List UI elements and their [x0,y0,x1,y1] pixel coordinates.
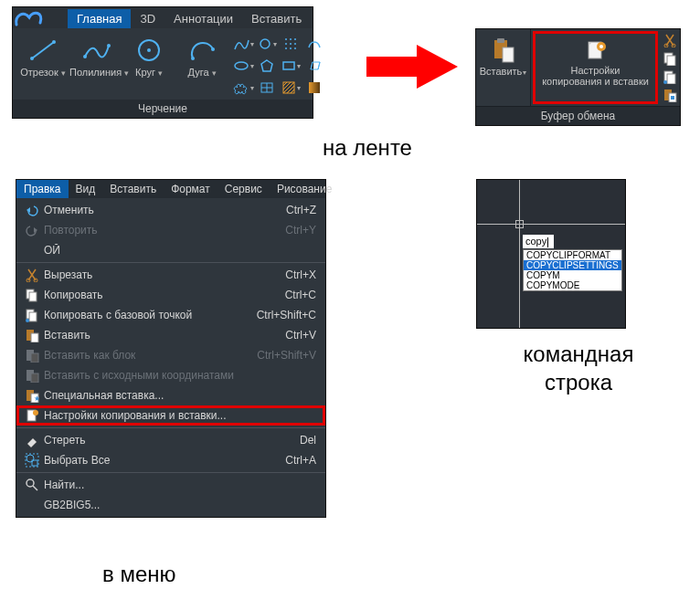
menu-item[interactable]: СтеретьDel [16,430,325,450]
menu-item[interactable]: ВырезатьCtrl+X [16,265,325,285]
menu-item-shortcut: Ctrl+Shift+V [257,349,316,362]
menu-item-label: Вставить [44,329,285,342]
menu-item[interactable]: GB2BIG5... [16,495,325,515]
svg-point-33 [599,45,603,48]
menubar-item[interactable]: Правка [16,180,69,198]
svg-point-40 [663,80,667,84]
menubar-item[interactable]: Сервис [217,180,270,198]
svg-point-16 [285,47,287,49]
draw-tool-icon [122,34,175,67]
ribbon-tab[interactable]: Главная [68,9,131,28]
svg-line-0 [32,42,54,58]
tool-gradient-icon[interactable] [303,78,325,98]
copy-base-icon[interactable] [663,69,677,84]
svg-point-17 [290,47,292,49]
svg-point-3 [83,55,87,58]
menu-item-label: Вырезать [44,268,285,281]
menu-item[interactable]: КопироватьCtrl+C [16,285,325,305]
menu-item[interactable]: ОЙ [16,240,325,260]
command-suggestions[interactable]: COPYCLIPFORMATCOPYCLIPSETTINGSCOPYMCOPYM… [523,249,622,291]
paste-icon [478,35,528,66]
command-suggestion-item[interactable]: COPYCLIPFORMAT [524,250,621,260]
menu-item-label: Найти... [44,479,316,491]
svg-marker-20 [261,60,272,71]
menu-item-shortcut: Ctrl+Z [286,204,316,216]
tool-circle-small-icon[interactable]: ▾ [256,34,278,54]
menu-item-shortcut: Ctrl+Y [285,224,316,237]
menubar-item[interactable]: Вид [69,180,103,198]
command-suggestion-item[interactable]: COPYCLIPSETTINGS [524,260,621,270]
menu-item[interactable]: Найти... [16,475,325,495]
svg-text:★: ★ [34,394,39,403]
paste-special-icon: ★ [20,388,44,403]
tool-prism-icon[interactable] [303,56,325,76]
menu-item[interactable]: ОтменитьCtrl+Z [16,200,325,220]
tool-ellipse-icon[interactable]: ▾ [232,56,254,76]
copy-base-icon [20,308,44,322]
menu-separator [16,472,325,473]
caption-command-line: командная строка [501,340,656,396]
draw-tool-icon [69,34,122,67]
paste-block-small-icon[interactable] [663,88,677,102]
copy-paste-settings-button[interactable]: Настройки копирования и вставки [533,31,658,104]
menu-item[interactable]: ★Специальная вставка... [16,385,325,405]
tool-spline-icon[interactable]: ▾ [232,34,254,54]
ribbon-panel-title: Черчение [13,100,313,118]
menu-item-label: Копировать [44,289,285,301]
tool-hatch-icon[interactable]: ▾ [280,78,302,98]
menu-item-label: Специальная вставка... [44,389,316,402]
tool-cloud-icon[interactable]: ▾ [232,78,254,98]
copy-settings-label-2: копирования и вставки [537,76,653,87]
svg-rect-54 [31,333,38,342]
tool-dotgrid-icon[interactable] [280,34,302,54]
draw-tool-label: Дуга [175,67,228,78]
draw-tool-button[interactable]: Отрезок [16,34,69,98]
crosshair-v [519,180,520,329]
svg-rect-43 [671,96,674,100]
ribbon-tab[interactable]: Вставить [242,9,311,28]
menu-item[interactable]: Копировать с базовой точкойCtrl+Shift+C [16,305,325,325]
menubar-item[interactable]: Вставить [102,180,164,198]
svg-point-8 [211,47,215,51]
svg-rect-37 [667,56,675,66]
menu-item: Вставить с исходными координатами [16,365,325,385]
erase-icon [20,433,44,447]
command-suggestion-item[interactable]: COPYMODE [524,280,621,290]
draw-tool-button[interactable]: Полилиния [69,34,122,98]
svg-rect-51 [29,312,37,321]
paste-button[interactable]: Вставить▾ [476,29,531,106]
menu-item[interactable]: Выбрать ВсеCtrl+A [16,450,325,470]
svg-point-64 [27,455,34,462]
redo-icon [20,223,44,237]
svg-point-67 [27,479,34,487]
tool-table-icon[interactable] [256,78,278,98]
ribbon-tab[interactable]: 3D [131,9,164,28]
svg-point-63 [33,410,38,415]
find-icon [20,478,44,492]
svg-line-68 [33,486,37,490]
svg-point-12 [294,38,296,40]
menubar-item[interactable]: Рисование [270,180,339,198]
tool-polygon-icon[interactable] [256,56,278,76]
draw-tool-icon [16,34,69,67]
tool-curve-icon[interactable] [303,34,325,54]
tool-rect-icon[interactable]: ▾ [280,56,302,76]
draw-tool-button[interactable]: Дуга [175,34,228,98]
menu-item[interactable]: ВставитьCtrl+V [16,325,325,345]
command-input[interactable]: copy [523,235,554,248]
cut-icon[interactable] [663,33,677,47]
menubar-item[interactable]: Формат [164,180,217,198]
command-suggestion-item[interactable]: COPYM [524,270,621,280]
draw-tool-button[interactable]: Круг [122,34,175,98]
app-logo [13,7,68,28]
menu-item-shortcut: Ctrl+V [285,329,316,342]
menu-item-label: Стереть [44,434,300,447]
caption-in-menu: в меню [102,562,176,587]
svg-point-14 [290,43,292,45]
svg-rect-56 [31,353,38,363]
menu-item: ПовторитьCtrl+Y [16,220,325,240]
copy-icon[interactable] [663,51,677,66]
ribbon-tab[interactable]: Аннотации [164,9,242,28]
menu-item[interactable]: Настройки копирования и вставки... [16,405,325,426]
svg-rect-58 [31,373,38,383]
